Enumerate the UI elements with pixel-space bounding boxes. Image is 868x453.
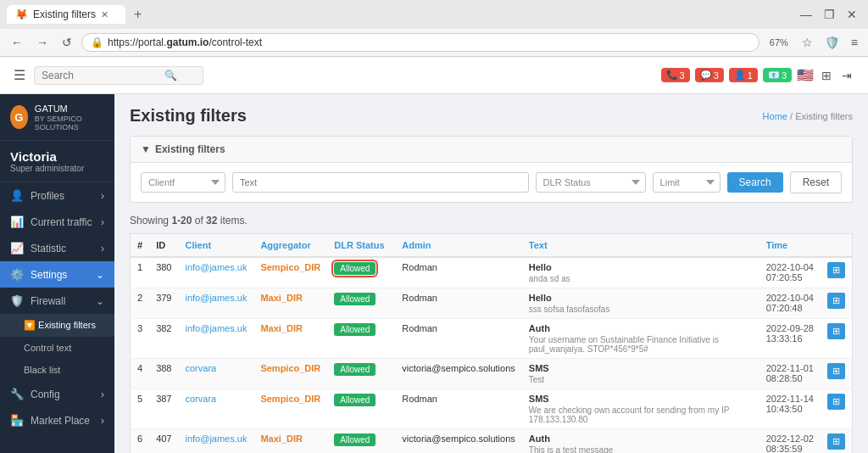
url-path: /control-text [209, 36, 262, 48]
client-link[interactable]: corvara [185, 363, 216, 373]
cell-time: 2022-12-0208:35:59 [760, 429, 821, 454]
table-row: 2 379 info@james.uk Maxi_DIR Allowed Rod… [131, 288, 853, 319]
bookmark-button[interactable]: ☆ [798, 34, 816, 51]
profiles-label: Profiles [31, 190, 64, 202]
cell-id: 380 [149, 257, 178, 288]
calls-badge[interactable]: 📞 3 [661, 68, 690, 82]
aggregator-link[interactable]: Sempico_DIR [260, 262, 320, 272]
sidebar-item-settings[interactable]: ⚙️Settings ⌄ [0, 261, 114, 288]
sidebar: G GATUM BY SEMPICO SOLUTIONS Victoria Su… [0, 94, 114, 453]
sidebar-logo: G GATUM BY SEMPICO SOLUTIONS [0, 94, 114, 141]
row-action-button[interactable]: ⊞ [827, 262, 845, 278]
reset-button[interactable]: Reset [790, 171, 842, 193]
forward-button[interactable]: → [32, 34, 53, 51]
cell-admin: victoria@sempico.solutions [395, 429, 521, 454]
row-action-button[interactable]: ⊞ [827, 363, 845, 379]
minimize-button[interactable]: — [796, 6, 816, 23]
row-action-button[interactable]: ⊞ [827, 394, 845, 410]
text-sub: sss sofsa fasofasofas [529, 305, 753, 314]
text-sub: We are checking own account for sending … [529, 405, 753, 424]
cell-num: 3 [131, 319, 150, 359]
reload-button[interactable]: ↺ [58, 34, 76, 51]
signout-button[interactable]: ⇥ [839, 66, 854, 85]
email-badge[interactable]: 📧 3 [763, 68, 792, 82]
cell-aggregator: Sempico_DIR [253, 257, 327, 288]
cell-aggregator: Sempico_DIR [253, 359, 327, 389]
col-client: Client [178, 234, 253, 258]
row-action-button[interactable]: ⊞ [827, 323, 845, 339]
menu-button[interactable]: ≡ [848, 34, 861, 51]
dlr-status-badge: Allowed [334, 323, 376, 336]
new-tab-button[interactable]: + [129, 5, 147, 24]
sidebar-item-control-text[interactable]: Control text [0, 337, 114, 359]
aggregator-link[interactable]: Sempico_DIR [260, 363, 320, 373]
back-button[interactable]: ← [7, 34, 27, 51]
hamburger-icon[interactable]: ☰ [14, 67, 25, 83]
text-filter[interactable] [232, 172, 529, 193]
search-bar[interactable]: 🔍 [34, 66, 203, 85]
restore-button[interactable]: ❐ [820, 6, 839, 23]
cell-dlr-status: Allowed [327, 319, 395, 359]
address-bar[interactable]: 🔒 https://portal.gatum.io/control-text [81, 33, 760, 52]
extensions-button[interactable]: 🛡️ [821, 34, 843, 51]
grid-view-button[interactable]: ⊞ [819, 66, 834, 85]
sidebar-item-existing-filters[interactable]: 🔽 Existing filters [0, 314, 114, 337]
app-header: ☰ 🔍 📞 3 💬 3 👤 1 📧 3 🇺🇸 ⊞ ⇥ [0, 57, 868, 94]
text-title: Auth [529, 323, 753, 333]
client-link[interactable]: info@james.uk [185, 293, 247, 303]
sidebar-item-config[interactable]: 🔧Config › [0, 381, 114, 407]
cell-num: 2 [131, 288, 150, 319]
sidebar-item-firewall[interactable]: 🛡️Firewall ⌄ [0, 288, 114, 314]
table-header-row: # ID Client Aggregator DLR Status Admin … [131, 234, 853, 258]
search-input[interactable] [42, 70, 160, 81]
table-row: 3 382 info@james.uk Maxi_DIR Allowed Rod… [131, 319, 853, 359]
control-text-label: Control text [24, 343, 71, 353]
statistic-icon: 📈 [10, 242, 24, 254]
sidebar-item-marketplace[interactable]: 🏪Market Place › [0, 407, 114, 433]
filter-panel-body: Clientf DLR Status Limit Search Reset [131, 163, 852, 202]
tab-favicon: 🦊 [15, 8, 28, 20]
traffic-label: Current traffic [31, 216, 92, 228]
cell-text: Helloanda sd as [522, 257, 760, 288]
sidebar-item-profiles[interactable]: 👤Profiles › [0, 182, 114, 209]
profiles-icon: 👤 [10, 189, 24, 202]
client-link[interactable]: info@james.uk [185, 262, 247, 272]
logo-icon: G [10, 105, 28, 129]
messages-badge[interactable]: 💬 3 [695, 68, 724, 82]
aggregator-link[interactable]: Maxi_DIR [260, 293, 303, 303]
sidebar-item-current-traffic[interactable]: 📊Current traffic › [0, 209, 114, 235]
close-tab-button[interactable]: ✕ [101, 9, 108, 20]
settings-icon: ⚙️ [10, 268, 24, 281]
sidebar-item-black-list[interactable]: Black list [0, 359, 114, 381]
config-icon: 🔧 [10, 388, 24, 400]
search-button[interactable]: Search [727, 172, 783, 193]
cell-client: info@james.uk [178, 429, 253, 454]
breadcrumb-home[interactable]: Home [763, 111, 787, 121]
text-sub: Test [529, 375, 753, 384]
cell-aggregator: Sempico_DIR [253, 389, 327, 429]
dlr-status-filter[interactable]: DLR Status [536, 172, 646, 193]
row-action-button[interactable]: ⊞ [827, 293, 845, 309]
aggregator-link[interactable]: Maxi_DIR [260, 433, 303, 444]
dlr-status-badge: Allowed [334, 433, 376, 446]
client-link[interactable]: corvara [185, 394, 216, 404]
users-badge[interactable]: 👤 1 [729, 68, 758, 82]
client-link[interactable]: info@james.uk [185, 323, 247, 333]
dlr-status-badge: Allowed [334, 293, 376, 305]
client-link[interactable]: info@james.uk [185, 433, 247, 444]
cell-dlr-status: Allowed [327, 359, 395, 389]
language-flag[interactable]: 🇺🇸 [797, 67, 814, 83]
table-row: 4 388 corvara Sempico_DIR Allowed victor… [131, 359, 853, 389]
aggregator-link[interactable]: Maxi_DIR [260, 323, 303, 333]
aggregator-link[interactable]: Sempico_DIR [260, 394, 320, 404]
client-filter[interactable]: Clientf [141, 172, 225, 193]
row-action-button[interactable]: ⊞ [827, 433, 845, 450]
close-window-button[interactable]: ✕ [843, 6, 861, 23]
user-role: Super administrator [10, 164, 104, 173]
sidebar-item-statistic[interactable]: 📈Statistic › [0, 235, 114, 261]
text-title: Auth [529, 433, 753, 444]
table-row: 5 387 corvara Sempico_DIR Allowed Rodman… [131, 389, 853, 429]
limit-filter[interactable]: Limit [653, 172, 721, 193]
cell-dlr-status: Allowed [327, 257, 395, 288]
browser-tab[interactable]: 🦊 Existing filters ✕ [7, 5, 125, 24]
